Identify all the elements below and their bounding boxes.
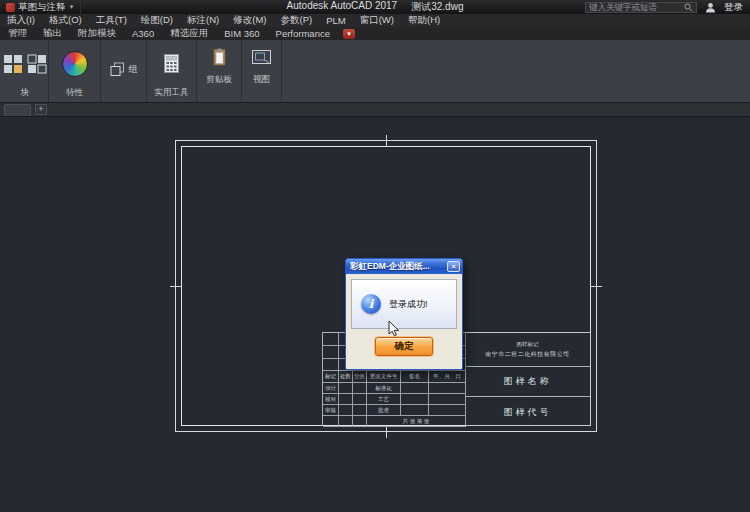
panel-label-view[interactable]: 视图: [253, 74, 270, 89]
tab-output[interactable]: 输出: [35, 27, 70, 40]
file-tab[interactable]: [4, 104, 31, 116]
row-standard: 标准化: [367, 383, 401, 394]
new-tab-button[interactable]: +: [35, 104, 47, 115]
panel-utilities: 实用工具: [147, 40, 197, 102]
window-title: Autodesk AutoCAD 2017 测试32.dwg: [287, 0, 464, 14]
panel-block: 块: [2, 40, 49, 102]
document-name: 测试32.dwg: [411, 0, 463, 14]
panel-label-properties[interactable]: 特性: [66, 87, 83, 102]
menu-draw[interactable]: 绘图(D): [134, 14, 180, 27]
signin-button[interactable]: 登录: [724, 1, 743, 14]
panel-label-block[interactable]: 块: [21, 87, 30, 102]
rev-col-doc: 更改文件号: [367, 371, 401, 383]
frame-tick-bottom: [386, 427, 387, 438]
calculator-icon[interactable]: [164, 54, 179, 73]
panel-properties: 特性: [49, 40, 101, 102]
menu-plm[interactable]: PLM: [319, 14, 353, 27]
user-icon[interactable]: [705, 2, 716, 13]
row-check: 校对: [323, 394, 339, 405]
menubar: 插入(I) 格式(O) 工具(T) 绘图(D) 标注(N) 修改(M) 参数(P…: [0, 14, 750, 27]
row-approve: 批准: [367, 405, 401, 416]
titlebar-right: 登录: [585, 1, 750, 14]
menu-parametric[interactable]: 参数(P): [273, 14, 319, 27]
menu-window[interactable]: 窗口(W): [353, 14, 401, 27]
rev-col-count: 处数: [339, 371, 353, 383]
dialog-message: 登录成功!: [389, 298, 428, 311]
dialog-titlebar[interactable]: 彩虹EDM-企业图纸... ×: [346, 259, 462, 274]
ribbon-tab-bar: 管理 输出 附加模块 A360 精选应用 BIM 360 Performance…: [0, 27, 750, 40]
row-process: 工艺: [367, 394, 401, 405]
panel-clipboard: 剪贴板: [197, 40, 242, 102]
search-icon[interactable]: [684, 3, 693, 12]
file-tab-bar: +: [0, 103, 750, 117]
title-block-main: 图样标记 南宁市二轻二化科技有限公司 图样名称 图样代号: [465, 332, 591, 426]
view-icon[interactable]: [252, 50, 271, 64]
company-name: 南宁市二轻二化科技有限公司: [485, 350, 570, 359]
workspace-label: 草图与注释: [18, 1, 66, 14]
ribbon-overflow-icon[interactable]: ▼: [343, 29, 355, 39]
tab-addins[interactable]: 附加模块: [70, 27, 124, 40]
panel-label-clipboard[interactable]: 剪贴板: [206, 74, 232, 89]
menu-help[interactable]: 帮助(H): [401, 14, 447, 27]
frame-tick-right: [591, 286, 602, 287]
workspace-icon: [6, 3, 15, 12]
ribbon-panels: 块 特性 组: [0, 40, 750, 103]
menu-tools[interactable]: 工具(T): [89, 14, 134, 27]
drawing-mark-label: 图样标记: [517, 341, 539, 348]
menu-format[interactable]: 格式(O): [42, 14, 89, 27]
properties-wheel-icon[interactable]: [62, 51, 88, 77]
rev-col-date: 年、月、日: [429, 371, 466, 383]
dialog-title: 彩虹EDM-企业图纸...: [350, 261, 430, 273]
drawing-name-label: 图样名称: [504, 375, 552, 388]
cursor-icon: [388, 320, 400, 337]
dialog-message-panel: i 登录成功!: [351, 279, 457, 329]
panel-label-utilities[interactable]: 实用工具: [155, 87, 189, 102]
tab-a360[interactable]: A360: [124, 28, 162, 39]
ok-button[interactable]: 确定: [375, 337, 433, 356]
edm-login-dialog: 彩虹EDM-企业图纸... × i 登录成功! 确定: [345, 258, 463, 370]
edit-block-icon[interactable]: [27, 54, 47, 74]
tab-performance[interactable]: Performance: [268, 28, 338, 39]
panel-group: 组: [101, 40, 147, 102]
menu-modify[interactable]: 修改(M): [226, 14, 273, 27]
clipboard-paste-icon[interactable]: [212, 48, 227, 66]
group-icon[interactable]: [110, 62, 125, 77]
row-design: 设计: [323, 383, 339, 394]
panel-view: 视图: [242, 40, 282, 102]
sheet-count: 共 张 第 张: [367, 416, 466, 427]
drawing-code-label: 图样代号: [504, 406, 552, 419]
search-input[interactable]: [589, 2, 681, 12]
frame-tick-left: [170, 286, 181, 287]
frame-tick-top: [386, 135, 387, 146]
group-button-label[interactable]: 组: [129, 63, 138, 76]
app-title: Autodesk AutoCAD 2017: [287, 0, 398, 14]
tab-bim360[interactable]: BIM 360: [216, 28, 267, 39]
info-icon: i: [361, 294, 381, 314]
drawing-canvas[interactable]: 标记 处数 分区 更改文件号 签名 年、月、日 设计 标准化 校对 工艺: [0, 117, 750, 512]
tab-featured-apps[interactable]: 精选应用: [162, 27, 216, 40]
close-icon[interactable]: ×: [447, 261, 460, 272]
search-box[interactable]: [585, 2, 697, 13]
chevron-down-icon: ▼: [69, 4, 75, 10]
menu-insert[interactable]: 插入(I): [0, 14, 42, 27]
row-audit: 审核: [323, 405, 339, 416]
rev-col-sign: 签名: [401, 371, 429, 383]
insert-block-icon[interactable]: [3, 54, 23, 74]
rev-col-mark: 标记: [323, 371, 339, 383]
rev-col-zone: 分区: [353, 371, 367, 383]
tab-manage[interactable]: 管理: [0, 27, 35, 40]
titlebar: 草图与注释 ▼ Autodesk AutoCAD 2017 测试32.dwg 登…: [0, 0, 750, 14]
menu-dimension[interactable]: 标注(N): [180, 14, 226, 27]
autocad-window: 草图与注释 ▼ Autodesk AutoCAD 2017 测试32.dwg 登…: [0, 0, 750, 512]
workspace-switcher[interactable]: 草图与注释 ▼: [0, 0, 81, 14]
dialog-body: i 登录成功! 确定: [346, 274, 462, 369]
